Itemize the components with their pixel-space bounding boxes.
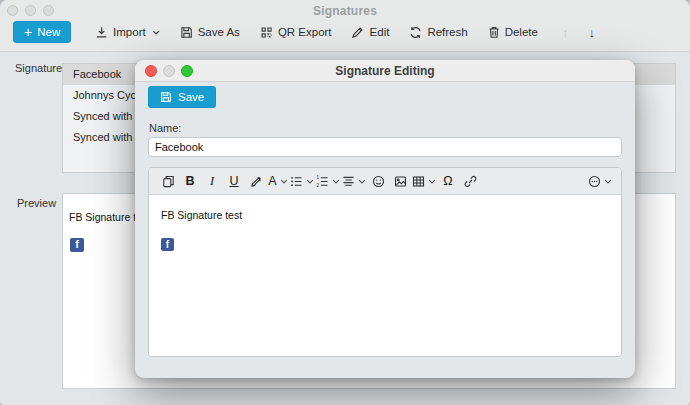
font-style-button[interactable]: A: [268, 170, 288, 192]
underline-button[interactable]: U: [224, 170, 244, 192]
qr-export-label: QR Export: [278, 26, 332, 38]
move-down-button[interactable]: ↓: [588, 26, 595, 39]
format-painter-button[interactable]: [246, 170, 266, 192]
editor-signature-text: FB Signature test: [161, 209, 242, 221]
facebook-icon: f: [70, 238, 84, 252]
italic-button[interactable]: I: [202, 170, 222, 192]
bullet-list-icon: [290, 175, 303, 188]
special-character-button[interactable]: Ω: [438, 170, 458, 192]
image-icon: [394, 175, 407, 188]
facebook-icon: f: [161, 238, 174, 251]
window-title: Signatures: [0, 4, 690, 18]
delete-button[interactable]: Delete: [488, 26, 538, 39]
refresh-icon: [409, 26, 422, 39]
link-icon: [464, 175, 477, 188]
facebook-letter: f: [75, 238, 79, 252]
bold-glyph: B: [185, 174, 194, 188]
dialog-titlebar: Signature Editing: [135, 60, 635, 82]
arrow-down-icon: ↓: [588, 26, 595, 39]
align-button[interactable]: [342, 170, 366, 192]
refresh-button[interactable]: Refresh: [409, 26, 467, 39]
name-label: Name:: [149, 122, 181, 134]
refresh-label: Refresh: [427, 26, 467, 38]
new-button[interactable]: + New: [13, 21, 71, 43]
trash-icon: [488, 26, 500, 39]
download-icon: [95, 26, 108, 39]
new-button-label: New: [37, 26, 60, 38]
chevron-down-icon: [332, 178, 340, 185]
qr-export-button[interactable]: QR Export: [260, 26, 332, 39]
save-button-label: Save: [178, 91, 204, 103]
bold-button[interactable]: B: [180, 170, 200, 192]
name-input[interactable]: [148, 137, 622, 157]
copy-icon: [162, 175, 175, 188]
chevron-down-icon: [306, 178, 314, 185]
arrow-up-icon: ↑: [562, 26, 569, 39]
table-button[interactable]: [412, 170, 436, 192]
chevron-down-icon: [358, 178, 366, 185]
underline-glyph: U: [229, 174, 238, 188]
chevron-down-icon: [280, 178, 288, 185]
numbered-list-button[interactable]: 12: [316, 170, 340, 192]
format-painter-icon: [250, 175, 263, 188]
signature-editing-dialog: Signature Editing Save Name: B I U A: [135, 60, 635, 378]
editor-content[interactable]: FB Signature test f: [149, 195, 621, 357]
plus-icon: +: [24, 25, 32, 39]
edit-label: Edit: [370, 26, 390, 38]
signatures-label: Signatures: [15, 62, 68, 74]
emoji-button[interactable]: [368, 170, 388, 192]
bullet-list-button[interactable]: [290, 170, 314, 192]
delete-label: Delete: [505, 26, 538, 38]
window-header: Signatures + New Import Save As QR Expor…: [0, 0, 690, 52]
chevron-down-icon: [604, 178, 612, 185]
floppy-icon: [160, 91, 172, 103]
italic-glyph: I: [210, 174, 214, 189]
table-icon: [412, 175, 425, 188]
main-toolbar: Import Save As QR Export Edit Ref: [95, 21, 595, 43]
align-icon: [342, 175, 355, 188]
save-as-button[interactable]: Save As: [180, 26, 240, 39]
font-style-icon: A: [268, 174, 276, 188]
import-label: Import: [113, 26, 146, 38]
svg-text:2: 2: [317, 182, 320, 187]
edit-button[interactable]: Edit: [352, 26, 390, 39]
floppy-icon: [180, 26, 193, 39]
emoji-icon: [372, 175, 385, 188]
dialog-title: Signature Editing: [135, 64, 635, 78]
screen: Signatures + New Import Save As QR Expor…: [0, 0, 690, 405]
save-as-label: Save As: [198, 26, 240, 38]
chevron-down-icon[interactable]: [152, 29, 160, 36]
pencil-icon: [352, 26, 365, 39]
import-button[interactable]: Import: [95, 26, 160, 39]
editor-toolbar: B I U A 12: [149, 168, 621, 195]
save-button[interactable]: Save: [148, 86, 216, 108]
qr-code-icon: [260, 26, 273, 39]
move-up-button: ↑: [562, 26, 569, 39]
insert-link-button[interactable]: [460, 170, 480, 192]
editor-more-group: [588, 170, 612, 192]
chevron-down-icon: [428, 178, 436, 185]
omega-icon: Ω: [443, 174, 452, 188]
facebook-letter: f: [166, 239, 169, 252]
insert-image-button[interactable]: [390, 170, 410, 192]
more-icon: [588, 175, 601, 188]
numbered-list-icon: 12: [316, 175, 329, 188]
svg-text:1: 1: [317, 175, 320, 180]
more-options-button[interactable]: [588, 170, 612, 192]
preview-label: Preview: [17, 197, 56, 209]
signature-editor: B I U A 12: [148, 167, 622, 357]
copy-button[interactable]: [158, 170, 178, 192]
